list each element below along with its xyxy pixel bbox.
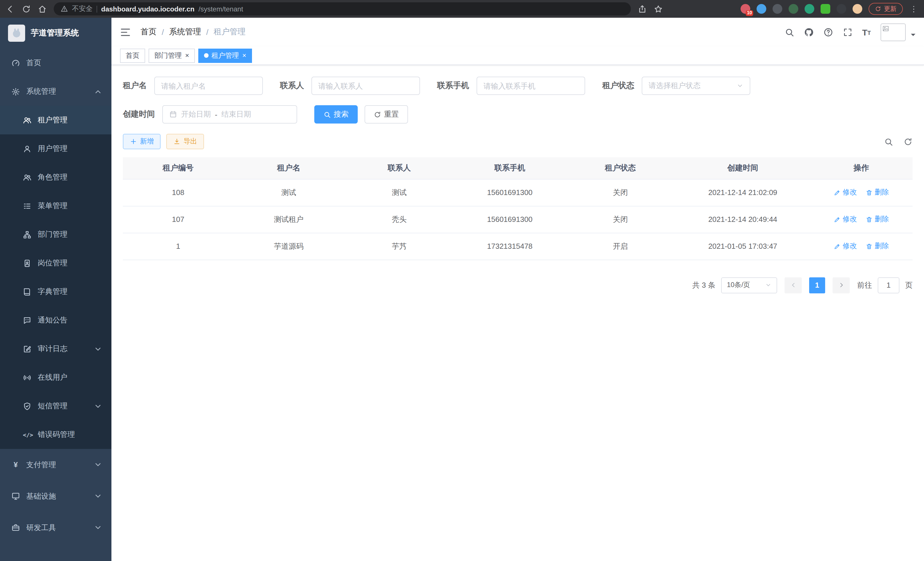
sidebar-item-infrastructure[interactable]: 基础设施 xyxy=(0,480,111,512)
fullscreen-icon[interactable] xyxy=(843,27,852,37)
page-number-button[interactable]: 1 xyxy=(809,277,825,293)
browser-home-icon[interactable] xyxy=(38,4,47,14)
sidebar-item-label: 审计日志 xyxy=(38,344,68,354)
delete-link[interactable]: 删除 xyxy=(866,241,889,251)
breadcrumb-home[interactable]: 首页 xyxy=(141,27,157,37)
sidebar-item-departments[interactable]: 部门管理 xyxy=(0,220,111,249)
sidebar-item-sms[interactable]: 短信管理 xyxy=(0,392,111,420)
online-signal-icon xyxy=(23,373,32,382)
avatar[interactable] xyxy=(880,23,906,41)
active-tab-dot xyxy=(204,53,208,58)
sidebar-item-menus[interactable]: 菜单管理 xyxy=(0,192,111,220)
edit-link[interactable]: 修改 xyxy=(833,214,857,224)
github-icon[interactable] xyxy=(804,27,813,37)
date-separator: - xyxy=(215,110,218,119)
sidebar-item-label: 短信管理 xyxy=(38,401,68,411)
tenant-name-input[interactable] xyxy=(154,77,263,95)
mobile-field[interactable] xyxy=(483,81,578,90)
export-button[interactable]: 导出 xyxy=(166,134,204,149)
close-icon[interactable]: × xyxy=(185,52,189,59)
sidebar-item-label: 基础设施 xyxy=(26,491,56,501)
share-icon[interactable] xyxy=(638,4,647,14)
search-button[interactable]: 搜索 xyxy=(314,105,358,123)
cell-mobile: 15601691300 xyxy=(454,206,565,233)
next-page-button[interactable] xyxy=(832,277,850,293)
kebab-menu-icon[interactable] xyxy=(909,4,918,14)
sidebar-item-online-users[interactable]: 在线用户 xyxy=(0,363,111,392)
extension-icon[interactable]: 10 xyxy=(741,4,750,14)
cell-created: 2021-12-14 20:49:44 xyxy=(676,206,810,233)
extension-icon[interactable] xyxy=(772,4,782,14)
search-toggle-icon[interactable] xyxy=(884,137,893,146)
extension-badge: 10 xyxy=(746,10,753,16)
delete-label: 删除 xyxy=(874,188,889,197)
browser-back-icon[interactable] xyxy=(6,4,15,14)
search-icon[interactable] xyxy=(784,27,794,37)
profile-avatar-icon[interactable] xyxy=(853,4,862,14)
font-size-icon[interactable]: TT xyxy=(862,28,871,36)
mobile-input[interactable] xyxy=(477,77,585,95)
refresh-table-icon[interactable] xyxy=(903,137,913,146)
cell-status: 关闭 xyxy=(565,179,676,206)
tab-home[interactable]: 首页 xyxy=(120,48,145,63)
reset-button[interactable]: 重置 xyxy=(364,105,408,123)
error-code-icon: </> xyxy=(23,432,32,438)
status-select[interactable]: 请选择租户状态 xyxy=(642,77,750,95)
page-content: 租户名 联系人 联系手机 xyxy=(111,65,924,561)
sidebar-item-payment[interactable]: ¥ 支付管理 xyxy=(0,449,111,480)
sidebar-item-tenant[interactable]: 租户管理 xyxy=(0,106,111,134)
sidebar-item-home[interactable]: 首页 xyxy=(0,49,111,77)
chrome-update-button[interactable]: 更新 xyxy=(868,3,903,15)
page-suffix: 页 xyxy=(905,280,913,290)
filter-create-time: 创建时间 开始日期 - 结束日期 xyxy=(123,105,297,123)
browser-refresh-icon[interactable] xyxy=(22,4,31,14)
sidebar-item-label: 租户管理 xyxy=(38,115,68,125)
sidebar-item-roles[interactable]: 角色管理 xyxy=(0,163,111,192)
sidebar-item-system[interactable]: 系统管理 xyxy=(0,77,111,106)
contact-field[interactable] xyxy=(318,81,413,90)
column-header: 联系手机 xyxy=(454,157,565,179)
extension-icon[interactable] xyxy=(757,4,766,14)
sidebar-item-posts[interactable]: 岗位管理 xyxy=(0,249,111,277)
prev-page-button[interactable] xyxy=(784,277,802,293)
sidebar-item-error-codes[interactable]: </> 错误码管理 xyxy=(0,420,111,449)
sidebar-item-label: 菜单管理 xyxy=(38,201,68,211)
delete-link[interactable]: 删除 xyxy=(866,214,889,224)
tenant-name-field[interactable] xyxy=(161,81,256,90)
filter-row-2: 创建时间 开始日期 - 结束日期 搜索 重置 xyxy=(123,105,913,123)
date-range-picker[interactable]: 开始日期 - 结束日期 xyxy=(162,105,297,123)
edit-link[interactable]: 修改 xyxy=(833,241,857,251)
delete-link[interactable]: 删除 xyxy=(866,188,889,197)
close-icon[interactable]: × xyxy=(242,52,246,59)
bookmark-star-icon[interactable] xyxy=(654,4,663,14)
sidebar-collapse-icon[interactable] xyxy=(120,27,131,38)
edit-link[interactable]: 修改 xyxy=(833,188,857,197)
caret-down-icon[interactable] xyxy=(911,34,915,38)
filter-mobile: 联系手机 xyxy=(437,77,585,95)
filter-label: 联系手机 xyxy=(437,81,469,91)
column-header: 创建时间 xyxy=(676,157,810,179)
tab-tenant[interactable]: 租户管理 × xyxy=(198,48,252,63)
contact-input[interactable] xyxy=(311,77,420,95)
sidebar-item-users[interactable]: 用户管理 xyxy=(0,134,111,163)
page-size-select[interactable]: 10条/页 xyxy=(721,277,777,293)
sidebar-item-dictionary[interactable]: 字典管理 xyxy=(0,277,111,306)
address-bar[interactable]: 不安全 dashboard.yudao.iocoder.cn/system/te… xyxy=(54,2,631,15)
cell-operations: 修改 删除 xyxy=(810,206,913,233)
goto-page-input[interactable] xyxy=(878,277,899,293)
sidebar-item-label: 研发工具 xyxy=(26,522,56,533)
extension-icon[interactable] xyxy=(805,4,814,14)
extension-icon[interactable] xyxy=(789,4,798,14)
pencil-icon xyxy=(833,189,840,196)
extension-puzzle-icon[interactable] xyxy=(837,4,846,14)
tab-department[interactable]: 部门管理 × xyxy=(148,48,195,63)
sidebar-item-notices[interactable]: 通知公告 xyxy=(0,306,111,335)
breadcrumb-system[interactable]: 系统管理 xyxy=(169,27,201,37)
help-icon[interactable] xyxy=(823,27,833,37)
extension-icon[interactable] xyxy=(820,4,830,14)
sidebar-item-dev-tools[interactable]: 研发工具 xyxy=(0,512,111,543)
add-button[interactable]: 新增 xyxy=(123,134,160,149)
app-logo[interactable]: 芋道管理系统 xyxy=(0,18,111,49)
sidebar-item-audit-log[interactable]: 审计日志 xyxy=(0,335,111,363)
cell-contact: 芋艿 xyxy=(344,233,454,260)
